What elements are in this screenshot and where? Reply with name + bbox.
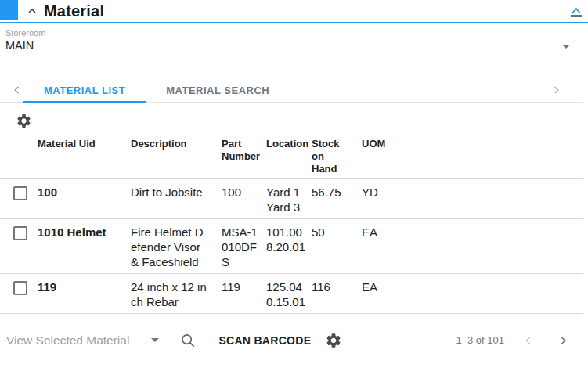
pagination-range-label: 1–3 of 101 [456, 334, 504, 346]
cell-description: Fire Helmet Defender Visor & Faceshield [131, 225, 222, 269]
storeroom-value: MAIN [5, 38, 573, 52]
view-selected-material-label: View Selected Material [6, 333, 129, 348]
column-header-location: Location [266, 138, 312, 150]
panel-accent-block [0, 0, 18, 20]
cell-uom: EA [362, 225, 409, 240]
cell-part-number: 119 [222, 279, 266, 294]
list-toolbar [0, 110, 583, 131]
table-row: 100 Dirt to Jobsite 100 Yard 1 Yard 3 56… [0, 179, 583, 219]
storeroom-select[interactable]: Storeroom MAIN [0, 28, 583, 56]
cell-material-uid[interactable]: 100 [38, 185, 131, 200]
storeroom-label: Storeroom [5, 28, 573, 38]
material-table: Material Uid Description Part Number Loc… [0, 132, 583, 314]
cell-stock-on-hand: 56.75 [312, 185, 362, 200]
column-header-stock-on-hand: Stock on Hand [312, 138, 362, 175]
chevron-left-icon[interactable] [11, 84, 23, 96]
cell-location: 101.008.20.01 [266, 225, 312, 254]
column-header-uom: UOM [362, 138, 409, 150]
column-header-material-uid: Material Uid [38, 138, 131, 150]
row-checkbox[interactable] [13, 186, 27, 200]
chevron-up-icon[interactable] [26, 5, 38, 17]
material-panel: Material Storeroom MAIN MATERIAL LIST MA… [0, 0, 588, 382]
table-row: 119 24 inch x 12 inch Rebar 119 125.040.… [0, 274, 583, 314]
cell-uom: EA [362, 279, 409, 294]
cell-location: Yard 1 Yard 3 [266, 185, 312, 214]
panel-content: Storeroom MAIN MATERIAL LIST MATERIAL SE… [0, 28, 583, 382]
table-row: 1010 Helmet Fire Helmet Defender Visor &… [0, 219, 583, 274]
cell-stock-on-hand: 116 [312, 279, 362, 294]
row-checkbox[interactable] [13, 226, 27, 240]
dropdown-caret-icon [151, 338, 159, 342]
tab-material-search[interactable]: MATERIAL SEARCH [146, 78, 290, 103]
cell-stock-on-hand: 50 [312, 225, 362, 240]
cell-description: Dirt to Jobsite [131, 185, 222, 200]
pagination: 1–3 of 101 [456, 333, 576, 348]
row-checkbox[interactable] [13, 281, 27, 295]
view-selected-material-dropdown[interactable]: View Selected Material [6, 333, 159, 348]
tab-material-list[interactable]: MATERIAL LIST [23, 78, 146, 103]
cell-uom: YD [362, 185, 409, 200]
list-footer: View Selected Material SCAN BARCODE 1–3 … [0, 314, 583, 366]
gear-icon[interactable] [16, 113, 32, 129]
table-header-row: Material Uid Description Part Number Loc… [0, 132, 583, 179]
page-title: Material [44, 2, 104, 20]
tab-bar: MATERIAL LIST MATERIAL SEARCH [0, 78, 583, 103]
cell-part-number: MSA-1010DFS [222, 225, 266, 269]
chevron-right-icon[interactable] [550, 84, 562, 96]
cell-part-number: 100 [222, 185, 266, 200]
gear-icon[interactable] [325, 332, 342, 349]
column-header-part-number: Part Number [222, 138, 266, 163]
scan-barcode-button[interactable]: SCAN BARCODE [218, 334, 311, 347]
cell-description: 24 inch x 12 inch Rebar [131, 279, 222, 309]
search-icon[interactable] [179, 332, 197, 349]
cell-material-uid[interactable]: 1010 Helmet [38, 225, 131, 240]
cell-location: 125.040.15.01 [266, 279, 312, 309]
chevron-right-icon[interactable] [556, 333, 570, 348]
column-header-description: Description [131, 138, 222, 150]
panel-header: Material [0, 0, 588, 23]
collapse-panel-icon[interactable] [569, 5, 583, 17]
dropdown-caret-icon[interactable] [562, 45, 570, 49]
cell-material-uid[interactable]: 119 [38, 279, 131, 294]
chevron-left-icon[interactable] [521, 333, 536, 348]
